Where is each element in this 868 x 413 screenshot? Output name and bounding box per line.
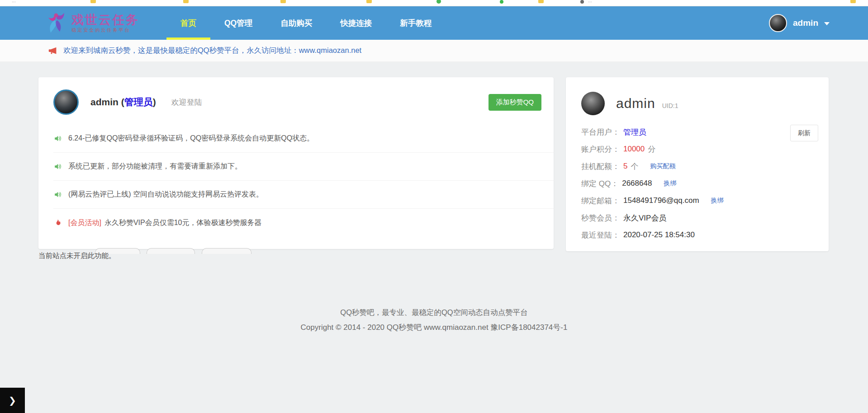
footer-slogan: QQ秒赞吧，最专业、最稳定的QQ空间动态自动点赞平台: [0, 308, 868, 318]
notice-text: (网易云热评已上线) 空间自动说说功能支持网易云热评发表。: [68, 190, 263, 199]
welcome-card-header: admin (管理员) 欢迎登陆 添加秒赞QQ: [38, 77, 554, 125]
main-nav: 首页 QQ管理 自助购买 快捷连接 新手教程: [166, 6, 446, 40]
user-avatar: [53, 89, 79, 115]
bookmark-folder-icon[interactable]: [366, 0, 372, 3]
logo-dancer-icon: [43, 10, 68, 36]
welcome-card: admin (管理员) 欢迎登陆 添加秒赞QQ 6.24-已修复QQ密码登录循环…: [38, 77, 554, 249]
nav-item-self-purchase[interactable]: 自助购买: [266, 6, 326, 40]
profile-uid: UID:1: [662, 102, 678, 109]
role-link[interactable]: 管理员: [623, 127, 646, 137]
role-label: 管理员: [124, 97, 153, 107]
bookmark-folder-icon[interactable]: [538, 0, 544, 3]
bound-email-value: 1548491796@qq.com: [623, 196, 699, 205]
bound-qq-value: 2668648: [622, 179, 652, 188]
bookmark-folder-icon[interactable]: [90, 0, 96, 3]
announcement-text: 欢迎来到城南云秒赞，这是最快最稳定的QQ秒赞平台，永久访问地址：www.qmia…: [63, 46, 361, 56]
profile-avatar: [581, 92, 605, 115]
hidden-tab-button[interactable]: [147, 248, 195, 254]
last-login-value: 2020-07-25 18:54:30: [623, 230, 695, 239]
bookmarks-strip: ⋯ ⋯: [0, 0, 868, 6]
user-name: admin: [793, 18, 818, 28]
logo-subtitle: 稳定安全的云任务平台: [71, 28, 139, 33]
quota-value: 5: [623, 162, 627, 171]
notice-text: 系统已更新，部分功能被清理，有需要请重新添加下。: [68, 162, 242, 171]
vip-value: 永久VIP会员: [623, 213, 666, 223]
footer: QQ秒赞吧，最专业、最稳定的QQ空间动态自动点赞平台 Copyright © 2…: [0, 308, 868, 333]
notice-row: (网易云热评已上线) 空间自动说说功能支持网易云热评发表。: [53, 181, 554, 209]
bookmark-globe-icon[interactable]: [436, 0, 441, 4]
notice-row: [会员活动] 永久秒赞VIP会员仅需10元，体验极速秒赞服务器: [53, 209, 554, 237]
user-name-role: admin (管理员): [90, 96, 156, 108]
nav-item-tutorial[interactable]: 新手教程: [386, 6, 446, 40]
expand-panel-button[interactable]: ❯: [0, 388, 25, 413]
nav-item-home[interactable]: 首页: [166, 6, 210, 40]
profile-name: admin: [616, 96, 655, 111]
ellipsis-icon: ⋯: [12, 0, 16, 4]
ellipsis-icon: ⋯: [588, 0, 593, 4]
promo-tag: [会员活动]: [68, 218, 101, 228]
logo-title: 戏世云任务: [71, 14, 139, 26]
rebind-qq-link[interactable]: 换绑: [664, 179, 676, 188]
buy-quota-link[interactable]: 购买配额: [650, 162, 675, 170]
megaphone-icon: [48, 46, 57, 56]
bookmark-folder-icon[interactable]: [850, 0, 856, 3]
navbar: 戏世云任务 稳定安全的云任务平台 首页 QQ管理 自助购买 快捷连接 新手教程 …: [0, 6, 868, 40]
welcome-text: 欢迎登陆: [171, 97, 202, 108]
hidden-tab-button[interactable]: [202, 248, 251, 254]
points-value: 10000: [623, 145, 645, 154]
user-menu-toggle[interactable]: admin: [769, 6, 830, 40]
profile-card: admin UID:1 刷新 平台用户： 管理员 账户积分： 10000 分 挂…: [566, 77, 829, 251]
chevron-right-icon: ❯: [9, 395, 16, 406]
bookmark-dot-icon[interactable]: [500, 0, 503, 4]
bookmark-folder-icon[interactable]: [183, 0, 189, 3]
profile-row-vip: 秒赞会员： 永久VIP会员: [581, 209, 813, 226]
chevron-down-icon: [824, 22, 830, 25]
add-miaozan-qq-button[interactable]: 添加秒赞QQ: [489, 94, 541, 111]
notice-row: 系统已更新，部分功能被清理，有需要请重新添加下。: [53, 153, 554, 181]
profile-header: admin UID:1: [581, 92, 678, 115]
feature-disabled-text: 当前站点未开启此功能。: [38, 251, 116, 261]
profile-row-bind-email: 绑定邮箱： 1548491796@qq.com 换绑: [581, 192, 813, 209]
nav-item-quick-links[interactable]: 快捷连接: [326, 6, 386, 40]
bookmark-folder-icon[interactable]: [280, 0, 286, 3]
announcement-bar: 欢迎来到城南云秒赞，这是最快最稳定的QQ秒赞平台，永久访问地址：www.qmia…: [0, 40, 868, 62]
speaker-icon: [53, 162, 62, 171]
speaker-icon: [53, 190, 62, 199]
footer-copyright: Copyright © 2014 - 2020 QQ秒赞吧 www.qmiaoz…: [0, 322, 868, 333]
profile-row-platform-user: 平台用户： 管理员: [581, 123, 813, 141]
site-logo[interactable]: 戏世云任务 稳定安全的云任务平台: [43, 6, 139, 40]
profile-row-quota: 挂机配额： 5 个 购买配额: [581, 158, 813, 175]
rebind-email-link[interactable]: 换绑: [711, 197, 724, 205]
profile-row-points: 账户积分： 10000 分: [581, 141, 813, 158]
profile-rows: 平台用户： 管理员 账户积分： 10000 分 挂机配额： 5 个 购买配额 绑…: [581, 123, 813, 244]
notice-text: 6.24-已修复QQ密码登录循环验证码，QQ密码登录系统会自动更新QQ状态。: [68, 134, 314, 143]
profile-row-last-login: 最近登陆： 2020-07-25 18:54:30: [581, 226, 813, 244]
speaker-icon: [53, 134, 62, 143]
notice-text: 永久秒赞VIP会员仅需10元，体验极速秒赞服务器: [104, 218, 262, 228]
flame-icon: [53, 219, 62, 227]
notice-row: 6.24-已修复QQ密码登录循环验证码，QQ密码登录系统会自动更新QQ状态。: [53, 125, 554, 153]
nav-item-qq-manage[interactable]: QQ管理: [210, 6, 266, 40]
page: ⋯ ⋯ 戏世云任务 稳定安全的云任务平台: [0, 0, 868, 413]
user-avatar: [769, 14, 787, 32]
profile-row-bind-qq: 绑定 QQ： 2668648 换绑: [581, 175, 813, 192]
bookmark-dot-icon[interactable]: [580, 0, 584, 4]
